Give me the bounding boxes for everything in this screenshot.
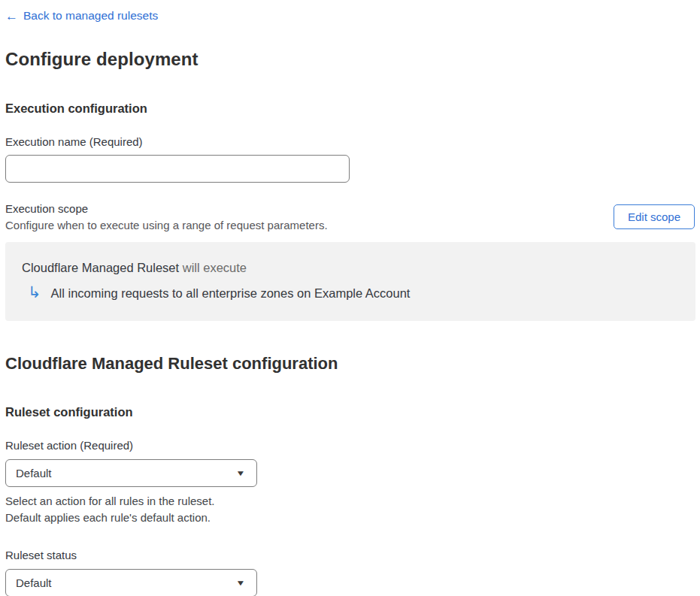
back-to-managed-rulesets-link[interactable]: ← Back to managed rulesets xyxy=(5,9,158,23)
back-arrow-icon: ← xyxy=(5,10,18,23)
ruleset-action-help-line-2: Default applies each rule's default acti… xyxy=(5,510,695,526)
ruleset-action-label: Ruleset action (Required) xyxy=(5,439,695,452)
scope-summary-suffix: will execute xyxy=(179,261,247,274)
execution-scope-description: Configure when to execute using a range … xyxy=(5,219,328,231)
scope-summary-box: Cloudflare Managed Ruleset will execute … xyxy=(5,242,695,321)
scope-summary-headline: Cloudflare Managed Ruleset will execute xyxy=(22,261,684,275)
chevron-down-icon: ▼ xyxy=(235,579,245,587)
ruleset-configuration-subheading: Ruleset configuration xyxy=(5,405,695,419)
execution-name-input[interactable] xyxy=(5,155,350,183)
configure-deployment-page: ← Back to managed rulesets Configure dep… xyxy=(0,0,700,596)
execution-name-label: Execution name (Required) xyxy=(5,135,695,148)
scope-summary-detail: All incoming requests to all enterprise … xyxy=(51,286,411,301)
ruleset-action-help-text: Select an action for all rules in the ru… xyxy=(5,493,695,527)
page-title: Configure deployment xyxy=(5,49,695,70)
ruleset-status-select[interactable]: Default ▼ xyxy=(5,569,257,596)
ruleset-action-selected-value: Default xyxy=(16,467,52,480)
scope-summary-detail-row: ↳ All incoming requests to all enterpris… xyxy=(22,286,684,301)
execution-scope-label: Execution scope xyxy=(5,202,328,215)
edit-scope-button[interactable]: Edit scope xyxy=(614,204,695,229)
execution-configuration-heading: Execution configuration xyxy=(5,101,695,116)
chevron-down-icon: ▼ xyxy=(235,469,245,477)
ruleset-status-selected-value: Default xyxy=(16,576,52,589)
execution-scope-row: Execution scope Configure when to execut… xyxy=(5,202,695,231)
ruleset-configuration-heading: Cloudflare Managed Ruleset configuration xyxy=(5,354,695,374)
back-link-label: Back to managed rulesets xyxy=(23,9,158,23)
scope-summary-ruleset-name: Cloudflare Managed Ruleset xyxy=(22,261,179,274)
ruleset-action-select[interactable]: Default ▼ xyxy=(5,459,257,487)
turn-down-right-arrow-icon: ↳ xyxy=(28,284,41,300)
execution-scope-text: Execution scope Configure when to execut… xyxy=(5,202,328,231)
ruleset-status-label: Ruleset status xyxy=(5,549,695,561)
ruleset-action-help-line-1: Select an action for all rules in the ru… xyxy=(5,493,695,510)
